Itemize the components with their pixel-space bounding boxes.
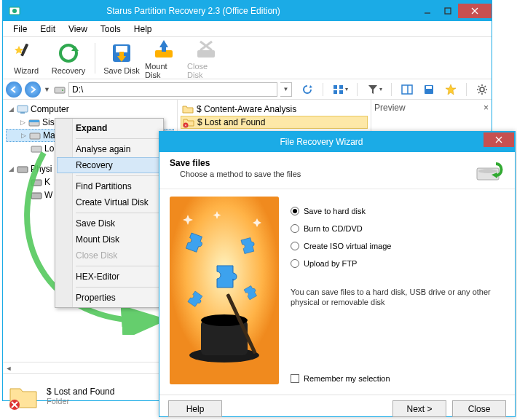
closedisk-icon (194, 37, 218, 60)
nav-back-button[interactable] (6, 82, 22, 98)
svg-rect-25 (334, 90, 337, 94)
close-button[interactable] (458, 4, 492, 18)
menu-tools[interactable]: Tools (95, 23, 127, 36)
menu-view[interactable]: View (63, 23, 93, 36)
svg-rect-11 (116, 46, 127, 52)
radio-iso[interactable]: Create ISO virtual image (291, 242, 505, 250)
next-button[interactable]: Next > (392, 400, 446, 417)
ctx-properties[interactable]: Properties (57, 290, 162, 306)
radio-hdd[interactable]: Save to hard disk (291, 207, 505, 215)
view-icon[interactable] (332, 83, 345, 96)
tree-label: K (44, 177, 50, 187)
address-input[interactable] (68, 82, 277, 97)
ctx-create-vdisk[interactable]: Create Virtual Disk (57, 194, 162, 210)
tree-label: Computer (31, 104, 69, 114)
wizard-label: Wizard (14, 66, 39, 75)
toolbar-separator (95, 43, 95, 74)
svg-rect-23 (334, 85, 337, 89)
radio-icon (291, 224, 299, 233)
address-dropdown[interactable]: ▼ (280, 82, 292, 97)
settings-icon[interactable] (475, 83, 489, 96)
status-type: Folder (47, 397, 114, 405)
wizard-hint: You can save files to a hard disk, USB d… (291, 287, 505, 308)
window-title: Starus Partition Recovery 2.3 (Office Ed… (0, 6, 417, 16)
favorite-icon[interactable] (444, 83, 457, 96)
menu-edit[interactable]: Edit (34, 23, 61, 36)
address-bar: ▼ ▼ ▾ ▾ (3, 79, 492, 100)
preview-title: Preview (374, 103, 406, 113)
mountdisk-label: Mount Disk (145, 62, 183, 79)
ctx-mount-disk[interactable]: Mount Disk (57, 231, 162, 247)
wizard-header: Save files Choose a method to save the f… (159, 152, 515, 189)
checkbox-icon (291, 374, 299, 383)
scroll-left-icon[interactable]: ◄ (3, 365, 15, 372)
recovery-icon (57, 41, 80, 65)
ctx-recovery[interactable]: Recovery (57, 157, 162, 173)
main-toolbar: Wizard Recovery Save Disk Mount Disk Clo… (3, 37, 492, 79)
wizard-subheading: Choose a method to save the files (170, 170, 474, 178)
ctx-close-disk: Close Disk (57, 247, 162, 264)
svg-rect-45 (29, 120, 39, 122)
help-button[interactable]: Help (168, 400, 222, 417)
wizard-button[interactable]: Wizard (7, 40, 45, 76)
close-dialog-button[interactable]: Close (452, 400, 506, 417)
menu-help[interactable]: Help (128, 23, 158, 36)
preview-close-button[interactable]: × (484, 103, 489, 113)
preview-toggle-icon[interactable] (400, 83, 414, 96)
closedisk-button: Close Disk (187, 40, 225, 76)
file-label: $ Lost and Found (197, 117, 265, 127)
svg-rect-47 (31, 146, 42, 152)
menu-file[interactable]: File (7, 23, 33, 36)
radio-icon (291, 259, 299, 268)
window-controls (417, 4, 492, 18)
radio-cd[interactable]: Burn to CD/DVD (291, 224, 505, 233)
ctx-find-partitions[interactable]: Find Partitions (57, 178, 162, 194)
radio-label: Create ISO virtual image (304, 242, 391, 250)
folder-warn-icon: × (183, 116, 194, 128)
view-dropdown[interactable]: ▾ (345, 86, 348, 92)
tree-label: W (44, 190, 52, 200)
ctx-expand[interactable]: Expand (57, 120, 162, 136)
minimize-button[interactable] (417, 4, 438, 18)
svg-rect-49 (31, 180, 42, 186)
status-name: $ Lost and Found (47, 387, 114, 397)
main-titlebar[interactable]: Starus Partition Recovery 2.3 (Office Ed… (3, 1, 492, 21)
savedisk-button[interactable]: Save Disk (103, 40, 141, 76)
ctx-save-disk[interactable]: Save Disk (57, 215, 162, 231)
svg-marker-32 (446, 84, 456, 95)
radio-icon (291, 242, 299, 250)
savedisk-label: Save Disk (103, 66, 140, 75)
radio-label: Upload by FTP (304, 259, 357, 268)
ctx-hex[interactable]: HEX-Editor (57, 269, 162, 285)
mountdisk-icon (152, 37, 175, 60)
svg-rect-24 (339, 85, 343, 89)
ctx-analyse[interactable]: Analyse again (57, 141, 162, 157)
mountdisk-button[interactable]: Mount Disk (145, 40, 183, 76)
svg-rect-26 (339, 90, 343, 94)
folder-icon (182, 103, 194, 115)
wizard-dialog: File Recovery Wizard Save files Choose a… (159, 131, 516, 417)
checkbox-label: Remember my selection (304, 374, 390, 383)
context-menu: Expand Analyse again Recovery Find Parti… (55, 118, 164, 308)
tree-computer[interactable]: ◢Computer (6, 103, 174, 116)
remember-checkbox[interactable]: Remember my selection (291, 374, 505, 383)
svg-rect-28 (402, 85, 412, 94)
file-content-aware[interactable]: $ Content-Aware Analysis (181, 103, 368, 116)
refresh-icon[interactable] (301, 83, 314, 96)
maximize-button[interactable] (438, 4, 458, 18)
wizard-titlebar[interactable]: File Recovery Wizard (159, 132, 515, 152)
nav-forward-button[interactable] (25, 82, 41, 98)
radio-ftp[interactable]: Upload by FTP (291, 259, 505, 268)
file-lost-found[interactable]: ×$ Lost and Found (181, 116, 368, 129)
svg-line-40 (478, 92, 480, 93)
svg-point-60 (478, 169, 497, 173)
filter-icon[interactable] (366, 83, 379, 96)
filter-dropdown[interactable]: ▾ (379, 86, 382, 92)
wizard-close-button[interactable] (484, 132, 514, 147)
svg-line-39 (485, 92, 486, 93)
recovery-button[interactable]: Recovery (50, 40, 87, 76)
svg-rect-3 (445, 8, 451, 14)
save-icon[interactable] (422, 83, 435, 96)
nav-history-dropdown[interactable]: ▼ (44, 86, 51, 93)
svg-rect-17 (197, 50, 215, 58)
